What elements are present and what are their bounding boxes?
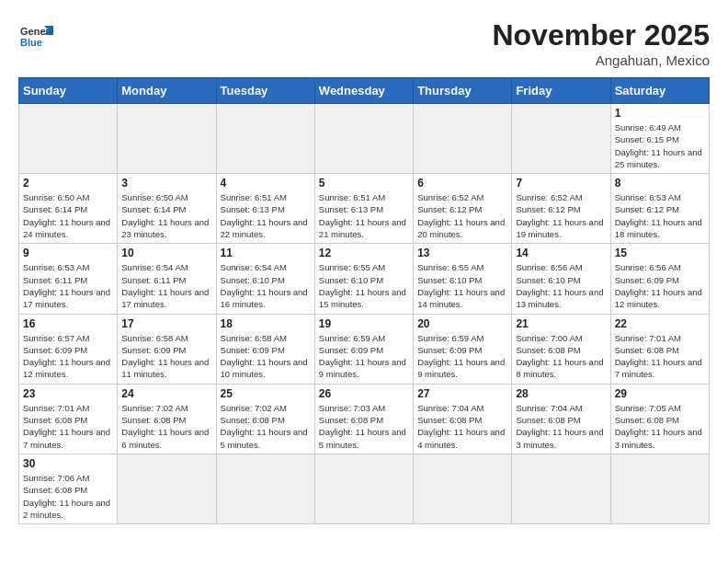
day-info: Sunrise: 6:59 AM Sunset: 6:09 PM Dayligh…	[319, 332, 409, 381]
week-row-3: 9Sunrise: 6:53 AM Sunset: 6:11 PM Daylig…	[19, 244, 710, 314]
calendar-cell: 18Sunrise: 6:58 AM Sunset: 6:09 PM Dayli…	[216, 314, 314, 384]
day-number: 3	[121, 177, 211, 190]
day-info: Sunrise: 6:56 AM Sunset: 6:09 PM Dayligh…	[615, 261, 705, 310]
calendar-cell: 20Sunrise: 6:59 AM Sunset: 6:09 PM Dayli…	[414, 314, 512, 384]
calendar-cell: 16Sunrise: 6:57 AM Sunset: 6:09 PM Dayli…	[19, 314, 118, 384]
calendar-cell: 10Sunrise: 6:54 AM Sunset: 6:11 PM Dayli…	[118, 244, 216, 314]
calendar-cell: 29Sunrise: 7:05 AM Sunset: 6:08 PM Dayli…	[610, 384, 709, 454]
day-number: 1	[615, 107, 705, 120]
day-info: Sunrise: 6:50 AM Sunset: 6:14 PM Dayligh…	[121, 191, 211, 240]
day-number: 19	[319, 317, 409, 330]
calendar-cell	[216, 454, 314, 523]
day-header-thursday: Thursday	[414, 78, 512, 104]
calendar-cell: 1Sunrise: 6:49 AM Sunset: 6:15 PM Daylig…	[610, 104, 709, 174]
calendar-cell: 17Sunrise: 6:58 AM Sunset: 6:09 PM Dayli…	[118, 314, 216, 384]
day-info: Sunrise: 6:50 AM Sunset: 6:14 PM Dayligh…	[23, 191, 113, 240]
day-number: 9	[23, 247, 113, 259]
day-header-monday: Monday	[118, 78, 216, 104]
day-info: Sunrise: 6:58 AM Sunset: 6:09 PM Dayligh…	[121, 332, 211, 381]
day-number: 6	[417, 177, 507, 190]
calendar-cell: 14Sunrise: 6:56 AM Sunset: 6:10 PM Dayli…	[512, 244, 610, 314]
day-info: Sunrise: 7:04 AM Sunset: 6:08 PM Dayligh…	[417, 402, 507, 451]
calendar-cell: 21Sunrise: 7:00 AM Sunset: 6:08 PM Dayli…	[512, 314, 610, 384]
logo-icon: General Blue	[18, 18, 53, 53]
calendar-cell: 3Sunrise: 6:50 AM Sunset: 6:14 PM Daylig…	[118, 174, 216, 244]
day-number: 24	[121, 387, 211, 400]
day-number: 12	[319, 247, 409, 259]
day-number: 27	[417, 387, 507, 400]
day-info: Sunrise: 6:57 AM Sunset: 6:09 PM Dayligh…	[23, 332, 113, 381]
day-info: Sunrise: 6:55 AM Sunset: 6:10 PM Dayligh…	[417, 261, 507, 310]
calendar-cell: 27Sunrise: 7:04 AM Sunset: 6:08 PM Dayli…	[414, 384, 512, 454]
day-number: 10	[121, 247, 211, 259]
day-info: Sunrise: 6:55 AM Sunset: 6:10 PM Dayligh…	[319, 261, 409, 310]
calendar-cell	[118, 454, 216, 523]
calendar-cell: 23Sunrise: 7:01 AM Sunset: 6:08 PM Dayli…	[19, 384, 118, 454]
day-number: 30	[23, 457, 113, 470]
page-header: General Blue November 2025 Angahuan, Mex…	[18, 18, 710, 68]
calendar-cell: 19Sunrise: 6:59 AM Sunset: 6:09 PM Dayli…	[314, 314, 413, 384]
day-number: 2	[23, 177, 113, 190]
day-info: Sunrise: 6:56 AM Sunset: 6:10 PM Dayligh…	[516, 261, 606, 310]
day-number: 5	[319, 177, 409, 190]
calendar-cell	[512, 454, 610, 523]
calendar-cell	[19, 104, 118, 174]
day-number: 15	[615, 247, 705, 259]
day-info: Sunrise: 6:54 AM Sunset: 6:10 PM Dayligh…	[221, 261, 311, 310]
calendar-cell	[414, 104, 512, 174]
calendar-cell	[216, 104, 314, 174]
logo: General Blue	[18, 18, 53, 53]
day-info: Sunrise: 6:52 AM Sunset: 6:12 PM Dayligh…	[516, 191, 606, 240]
calendar-cell: 7Sunrise: 6:52 AM Sunset: 6:12 PM Daylig…	[512, 174, 610, 244]
day-info: Sunrise: 7:02 AM Sunset: 6:08 PM Dayligh…	[221, 402, 311, 451]
calendar-cell: 4Sunrise: 6:51 AM Sunset: 6:13 PM Daylig…	[216, 174, 314, 244]
day-number: 28	[516, 387, 606, 400]
day-info: Sunrise: 7:05 AM Sunset: 6:08 PM Dayligh…	[615, 402, 705, 451]
calendar-cell: 30Sunrise: 7:06 AM Sunset: 6:08 PM Dayli…	[19, 454, 118, 523]
day-info: Sunrise: 7:06 AM Sunset: 6:08 PM Dayligh…	[23, 472, 113, 521]
day-info: Sunrise: 6:58 AM Sunset: 6:09 PM Dayligh…	[221, 332, 311, 381]
day-number: 14	[516, 247, 606, 259]
day-info: Sunrise: 6:52 AM Sunset: 6:12 PM Dayligh…	[417, 191, 507, 240]
calendar-cell: 12Sunrise: 6:55 AM Sunset: 6:10 PM Dayli…	[314, 244, 413, 314]
day-info: Sunrise: 6:51 AM Sunset: 6:13 PM Dayligh…	[319, 191, 409, 240]
day-info: Sunrise: 7:01 AM Sunset: 6:08 PM Dayligh…	[23, 402, 113, 451]
day-number: 23	[23, 387, 113, 400]
day-number: 17	[121, 317, 211, 330]
week-row-4: 16Sunrise: 6:57 AM Sunset: 6:09 PM Dayli…	[19, 314, 710, 384]
calendar-cell	[118, 104, 216, 174]
calendar-cell: 6Sunrise: 6:52 AM Sunset: 6:12 PM Daylig…	[414, 174, 512, 244]
calendar-cell	[512, 104, 610, 174]
week-row-6: 30Sunrise: 7:06 AM Sunset: 6:08 PM Dayli…	[19, 454, 710, 523]
calendar-cell: 11Sunrise: 6:54 AM Sunset: 6:10 PM Dayli…	[216, 244, 314, 314]
calendar-cell	[314, 104, 413, 174]
day-info: Sunrise: 6:54 AM Sunset: 6:11 PM Dayligh…	[121, 261, 211, 310]
week-row-5: 23Sunrise: 7:01 AM Sunset: 6:08 PM Dayli…	[19, 384, 710, 454]
location-title: Angahuan, Mexico	[492, 52, 710, 68]
title-block: November 2025 Angahuan, Mexico	[492, 18, 710, 68]
calendar-cell: 2Sunrise: 6:50 AM Sunset: 6:14 PM Daylig…	[19, 174, 118, 244]
day-info: Sunrise: 7:04 AM Sunset: 6:08 PM Dayligh…	[516, 402, 606, 451]
day-header-wednesday: Wednesday	[314, 78, 413, 104]
calendar-cell: 5Sunrise: 6:51 AM Sunset: 6:13 PM Daylig…	[314, 174, 413, 244]
calendar-cell: 24Sunrise: 7:02 AM Sunset: 6:08 PM Dayli…	[118, 384, 216, 454]
calendar-cell	[414, 454, 512, 523]
day-info: Sunrise: 7:01 AM Sunset: 6:08 PM Dayligh…	[615, 332, 705, 381]
calendar-header-row: SundayMondayTuesdayWednesdayThursdayFrid…	[19, 78, 710, 104]
day-info: Sunrise: 6:51 AM Sunset: 6:13 PM Dayligh…	[221, 191, 311, 240]
day-number: 26	[319, 387, 409, 400]
calendar-cell	[314, 454, 413, 523]
day-number: 4	[221, 177, 311, 190]
calendar-cell: 25Sunrise: 7:02 AM Sunset: 6:08 PM Dayli…	[216, 384, 314, 454]
month-title: November 2025	[492, 18, 710, 52]
week-row-2: 2Sunrise: 6:50 AM Sunset: 6:14 PM Daylig…	[19, 174, 710, 244]
calendar-table: SundayMondayTuesdayWednesdayThursdayFrid…	[18, 77, 710, 524]
calendar-cell: 26Sunrise: 7:03 AM Sunset: 6:08 PM Dayli…	[314, 384, 413, 454]
calendar-cell	[610, 454, 709, 523]
day-number: 11	[221, 247, 311, 259]
day-info: Sunrise: 6:59 AM Sunset: 6:09 PM Dayligh…	[417, 332, 507, 381]
calendar-cell: 28Sunrise: 7:04 AM Sunset: 6:08 PM Dayli…	[512, 384, 610, 454]
day-info: Sunrise: 6:53 AM Sunset: 6:12 PM Dayligh…	[615, 191, 705, 240]
day-header-sunday: Sunday	[19, 78, 118, 104]
day-header-friday: Friday	[512, 78, 610, 104]
